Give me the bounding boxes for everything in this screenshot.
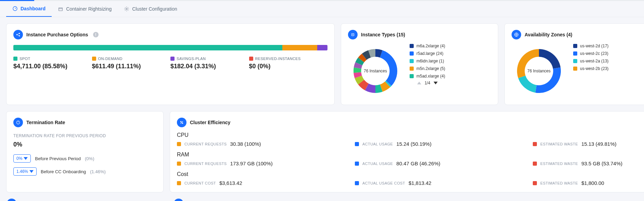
- color-swatch: [170, 57, 175, 61]
- termination-row: 1.46%Before CC Onboarding (1.46%): [13, 167, 156, 176]
- next-section-icon: [7, 199, 16, 201]
- efficiency-metric-value: $3,613.42: [219, 180, 242, 186]
- card-title-text: Instance Types (15): [361, 32, 405, 37]
- color-swatch: [533, 162, 537, 166]
- color-swatch: [410, 51, 414, 56]
- legend-item[interactable]: us-west-2b (23): [573, 66, 608, 71]
- efficiency-metric-value: 15.24 (50.19%): [396, 141, 432, 147]
- color-swatch: [177, 142, 181, 146]
- box-icon: [58, 6, 63, 12]
- nodes-icon: [13, 30, 23, 39]
- efficiency-metric: ACTUAL USAGE15.24 (50.19%): [355, 141, 519, 147]
- efficiency-metric: CURRENT REQUESTS30.38 (100%): [177, 141, 341, 147]
- legend-item[interactable]: m5n.2xlarge (5): [410, 66, 445, 71]
- donut-center-label: 76 Instances: [348, 44, 403, 98]
- color-swatch: [177, 162, 181, 166]
- termination-row: 0%Before Previous Period (0%): [13, 154, 156, 163]
- legend-item[interactable]: m5ad.xlarge (4): [410, 74, 445, 79]
- legend-item[interactable]: m6a.2xlarge (4): [410, 44, 445, 48]
- efficiency-metric-value: 80.47 GB (46.26%): [396, 161, 440, 166]
- card-title-text: Termination Rate: [26, 120, 65, 125]
- legend-item[interactable]: us-west-2c (23): [573, 51, 608, 56]
- efficiency-group-name: Cost: [177, 171, 644, 177]
- card-title-text: Cluster Efficiency: [190, 120, 230, 125]
- termination-row-label: Before CC Onboarding: [41, 169, 86, 174]
- svg-rect-7: [352, 34, 353, 35]
- tab-label: Dashboard: [21, 6, 46, 11]
- efficiency-metric-value: 15.13 (49.81%): [581, 141, 617, 147]
- tabs: Dashboard Container Rightsizing Cluster …: [0, 1, 644, 17]
- color-swatch: [13, 57, 17, 61]
- efficiency-metric-label: CURRENT COST: [184, 181, 216, 185]
- efficiency-metric: CURRENT REQUESTS173.97 GB (100%): [177, 161, 341, 166]
- card-title-text: Availability Zones (4): [525, 32, 572, 37]
- tab-container-rightsizing[interactable]: Container Rightsizing: [52, 1, 118, 16]
- purchase-option: ON-DEMAND$611.49 (11.11%): [92, 57, 171, 70]
- purchase-option-value: $182.04 (3.31%): [170, 63, 249, 70]
- termination-chip[interactable]: 0%: [13, 154, 31, 163]
- color-swatch: [249, 57, 253, 61]
- gear-icon: [124, 6, 129, 12]
- availability-zones-legend: us-west-2d (17)us-west-2c (23)us-west-2a…: [573, 44, 608, 71]
- next-section-icon: [174, 199, 183, 201]
- legend-item[interactable]: m6idn.large (1): [410, 59, 445, 63]
- chip-value: 1.46%: [16, 169, 28, 174]
- legend-label: us-west-2a (13): [580, 59, 608, 63]
- termination-chip[interactable]: 1.46%: [13, 167, 37, 176]
- efficiency-metric-label: CURRENT REQUESTS: [184, 162, 227, 166]
- efficiency-metric-label: CURRENT REQUESTS: [184, 142, 227, 146]
- legend-label: m5ad.xlarge (4): [416, 74, 445, 79]
- efficiency-group: CostCURRENT COST$3,613.42ACTUAL USAGE CO…: [177, 171, 644, 186]
- purchase-option-name: RESERVED-INSTANCES: [255, 57, 301, 61]
- color-swatch: [573, 44, 577, 48]
- purchase-option-value: $0 (0%): [249, 63, 328, 70]
- efficiency-metric: ESTIMATED WASTE15.13 (49.81%): [533, 141, 644, 147]
- efficiency-metric-value: 173.97 GB (100%): [230, 161, 273, 166]
- efficiency-metric-label: ACTUAL USAGE: [362, 142, 393, 146]
- chevron-down-icon: [24, 157, 28, 160]
- pager-next-icon[interactable]: [434, 82, 438, 84]
- efficiency-metric-value: $1,813.42: [409, 180, 432, 186]
- efficiency-metric-value: $1,800.00: [581, 180, 604, 186]
- chip-icon: [348, 30, 358, 39]
- legend-label: us-west-2c (23): [580, 51, 608, 56]
- purchase-option-value: $611.49 (11.11%): [92, 63, 171, 70]
- legend-item[interactable]: r5ad.large (24): [410, 51, 445, 56]
- legend-label: r5ad.large (24): [416, 51, 443, 56]
- efficiency-metric: ESTIMATED WASTE$1,800.00: [533, 180, 644, 186]
- tab-dashboard[interactable]: Dashboard: [6, 1, 52, 17]
- color-swatch: [573, 59, 577, 63]
- efficiency-metric-label: ESTIMATED WASTE: [540, 162, 578, 166]
- color-swatch: [355, 162, 359, 166]
- svg-point-2: [126, 8, 127, 10]
- chevron-down-icon: [29, 170, 34, 173]
- efficiency-metric: ESTIMATED WASTE93.5 GB (53.74%): [533, 161, 644, 166]
- purchase-option-value: $4,711.00 (85.58%): [13, 63, 92, 70]
- info-icon[interactable]: !: [93, 32, 99, 37]
- color-swatch: [355, 142, 359, 146]
- legend-label: us-west-2d (17): [580, 44, 608, 48]
- svg-point-10: [180, 121, 182, 122]
- tab-cluster-configuration[interactable]: Cluster Configuration: [118, 1, 183, 16]
- termination-row-extra: (0%): [85, 156, 94, 161]
- card-cluster-efficiency: Cluster Efficiency CPUCURRENT REQUESTS30…: [170, 111, 644, 192]
- color-swatch: [573, 67, 577, 71]
- efficiency-metric-label: ESTIMATED WASTE: [540, 142, 578, 146]
- legend-item[interactable]: us-west-2a (13): [573, 59, 608, 63]
- gauge-icon: [12, 6, 18, 11]
- purchase-option: SAVINGS-PLAN$182.04 (3.31%): [170, 57, 249, 70]
- color-swatch: [355, 181, 359, 185]
- svg-point-11: [182, 123, 183, 124]
- purchase-option: SPOT$4,711.00 (85.58%): [13, 57, 92, 70]
- color-swatch: [410, 74, 414, 78]
- pager-prev-icon[interactable]: [417, 82, 421, 84]
- legend-item[interactable]: us-west-2d (17): [573, 44, 608, 48]
- legend-label: m6a.2xlarge (4): [416, 44, 445, 48]
- efficiency-icon: [177, 118, 186, 127]
- efficiency-metric-label: ESTIMATED WASTE: [540, 181, 578, 185]
- termination-subtitle: TERMINATION RATE FOR PREVIOUS PERIOD: [13, 133, 156, 138]
- globe-icon: [512, 30, 521, 39]
- efficiency-metric: ACTUAL USAGE COST$1,813.42: [355, 180, 519, 186]
- card-title-text: Instance Purchase Options: [26, 32, 88, 37]
- efficiency-group: CPUCURRENT REQUESTS30.38 (100%)ACTUAL US…: [177, 132, 644, 147]
